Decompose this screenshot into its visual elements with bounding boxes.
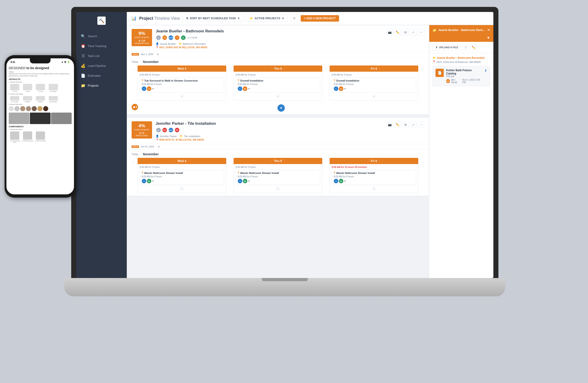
task-avatar-I-tub: I [142,86,146,91]
today-label-jennifer: Today [132,153,138,155]
contact-meta-jeanie: 👤 Jeanie Bueller [156,42,176,45]
sidebar-item-time-tracking[interactable]: ⏰ Time Tracking [76,41,127,51]
sidebar-item-estimates[interactable]: 📄 Estimates [76,71,127,81]
avatar-wad: wAD [168,35,174,41]
task-time-drywall-fri6: 8:00 AM for 9 hours [334,83,414,85]
task-dropdown-tub[interactable]: ▼ [152,87,154,90]
filter-dropdown-icon: ▼ [282,17,284,20]
camera-btn-jen[interactable]: 📷 [387,121,393,128]
phone-finish-grid [9,106,72,111]
project-info-jennifer: Jennifer Parker - Tile Installation p RS… [156,121,383,141]
more-btn-jen[interactable]: ⋯ [418,121,424,128]
add-project-button[interactable]: + ADD A NEW PROJECT [301,15,339,21]
phone-design-title: DESIGNED to be designed [9,66,72,70]
task-dropdown-drywall-thu5[interactable]: ▼ [248,87,250,90]
task-drywall-thu5: T Drywall Installation 8:00 AM for 9 hou… [236,77,320,93]
rp-file-name: Kohler Bath Fixture Catalog [446,69,482,75]
camera-btn-jeanie[interactable]: 📷 [387,29,393,35]
phone-signals: ▲ 令 🔋 [61,61,70,64]
task-dropdown-drywall-fri6[interactable]: ▼ [344,87,346,90]
funnel-filter-button[interactable]: ▽ [291,15,298,22]
rp-filter-button[interactable]: ▽ [462,44,469,51]
task-name-shower-wed4: Master Bathroom Shower Install [144,172,183,174]
grid-btn-jen[interactable]: ⊞ [402,121,409,128]
add-task-fri6-jen[interactable]: + [372,186,376,191]
right-panel-subheader: ▼ [429,35,493,42]
contact-name-jeanie: Jeanie Bueller [160,43,176,45]
add-task-wed4-jen[interactable]: + [180,186,184,191]
phone-finish-subtitle: 3. Choose Your Finish [9,103,72,105]
day-label-thu5-jen: Thu 5 [274,159,282,163]
timeline-grid-jeanie: ← ← Wed 4 → [132,65,424,101]
sidebar-item-projects[interactable]: 📁 Projects [76,81,127,90]
sort-dropdown-icon: ▼ [237,17,240,20]
finish-sn [15,106,20,111]
sidebar-item-task-list[interactable]: ☰ Task List [76,51,127,61]
faucet-item-2: A-77796 [21,84,34,92]
project-actions-jennifer: 📷 ✏️ ⊞ ⤢ ⋯ [387,121,424,128]
app-logo-icon: 🔨 [97,17,106,25]
more-btn-jeanie[interactable]: ⋯ [418,29,424,35]
list-icon: ☰ [81,54,85,58]
project-sold-jeanie: sold Nov 1, 2020 ✉ [127,52,429,57]
pdf-icon: 📄 [438,71,442,75]
task-drywall-fri6: T Drywall Installation 8:00 AM for 9 hou… [332,77,416,93]
timeline-nav-back-jeanie[interactable]: ◀ 4 [132,104,138,110]
edit-btn-jeanie[interactable]: ✏️ [394,29,401,35]
right-panel-close-button[interactable]: ✕ [487,28,490,32]
sidebar-label-estimates: Estimates [88,74,101,77]
chevron-down-icon-rp[interactable]: ▼ [486,36,490,40]
expand-btn-jeanie[interactable]: ⤢ [410,29,417,35]
edit-btn-jen[interactable]: ✏️ [394,121,401,128]
handle-item-1: Cross Handle [9,96,21,103]
task-dropdown-shower-thu5[interactable]: ▼ [248,180,250,182]
expand-btn-jen[interactable]: ⤢ [410,121,417,128]
timeline-jeanie: Today November ← ← [127,57,429,114]
arrow-right-thu5-jen: → [283,160,286,162]
day-label-wed4-jen: Wed 4 [178,159,186,163]
sidebar-label-time-tracking: Time Tracking [88,44,106,48]
task-type-icon-drywall-thu5: T [238,79,239,82]
sidebar: 🔨 🔍 Search ⏰ Time Tracking ☰ [76,12,127,278]
rp-download-button[interactable]: ⬇ [484,69,487,72]
task-header-shower-fri6: T Master Bathroom Shower Install [334,171,414,175]
laptop-device: 🔨 🔍 Search ⏰ Time Tracking ☰ [71,7,512,301]
task-name-drywall-fri6: Drywall Installation [336,79,359,82]
phone-handles-grid: Cross Handle R-99930-4 R-99990-E Swing H… [9,96,72,103]
add-task-thu5-jen[interactable]: + [276,186,280,191]
component-item-3: A-77902 Free Design [34,131,46,143]
day-time-wed4-jen: 8:00 AM for 9 hours [140,166,224,169]
grid-btn-jeanie[interactable]: ⊞ [402,29,409,35]
timeline-col-thu5-jeanie: ← Thu 5 → 8:00 AM for 9 hours [233,65,322,101]
rp-edit-button[interactable]: ✏️ [470,44,477,51]
arrow-left-wed4-jen: ← [174,160,176,162]
project-card-jennifer: 4% project progress 2 / 3 defined tasks … [127,117,429,196]
task-dropdown-shower-wed4[interactable]: ▼ [152,180,154,182]
main-content: 📊 Project Timeline View ⇅ SORT BY NEXT S… [127,12,493,278]
task-type-icon-shower-thu5: T [238,171,239,175]
phone-components-subtitle: 1. Choose Your Spout [9,128,72,130]
task-time-shower-fri6: 8:00 AM for 9 hours [334,175,414,178]
phone-notch [30,58,51,64]
progress-label-jeanie: project progress [134,36,149,38]
task-avatars-shower-thu5: I AL ▼ [238,179,318,183]
phone-faucet-grid: A-77760 A-77796 A-77790 Purist Spout [9,84,72,92]
project-progress-jennifer: 4% project progress 2 / 3 defined tasks [132,121,152,139]
timeline-expand-jeanie[interactable]: ▼ [277,104,285,112]
add-task-wed4-jeanie[interactable]: + [180,94,184,99]
avatar-th: TH [162,35,168,41]
day-header-wed4-jeanie: ← Wed 4 → [138,65,226,72]
add-task-fri6-jeanie[interactable]: + [372,94,376,99]
upload-file-button[interactable]: ⬆ UPLOAD A FILE [433,44,461,51]
task-dropdown-shower-fri6[interactable]: ▼ [344,180,346,182]
sidebar-item-lead-pipeline[interactable]: 💰 Lead Pipeline [76,61,127,71]
day-content-fri6-jen: 8:00 AM for 15 hours 59 minutes T Master… [330,164,418,193]
rp-project-link[interactable]: 📁 Jeanie Bueller - Bathroom Remodels [433,56,490,60]
filter-button[interactable]: 📁 ACTIVE PROJECTS ▼ [246,15,288,22]
day-label-wed4-jeanie: Wed 4 [178,67,186,70]
add-task-thu5-jeanie[interactable]: + [276,94,280,99]
arrow-wed4-thu5-jen: ↔ [228,158,232,164]
sort-button[interactable]: ⇅ SORT BY NEXT SCHEDULED TASK ▼ [183,15,243,22]
task-shower-fri6: T Master Bathroom Shower Install 8:00 AM… [332,170,416,185]
sidebar-item-search[interactable]: 🔍 Search [76,31,127,41]
